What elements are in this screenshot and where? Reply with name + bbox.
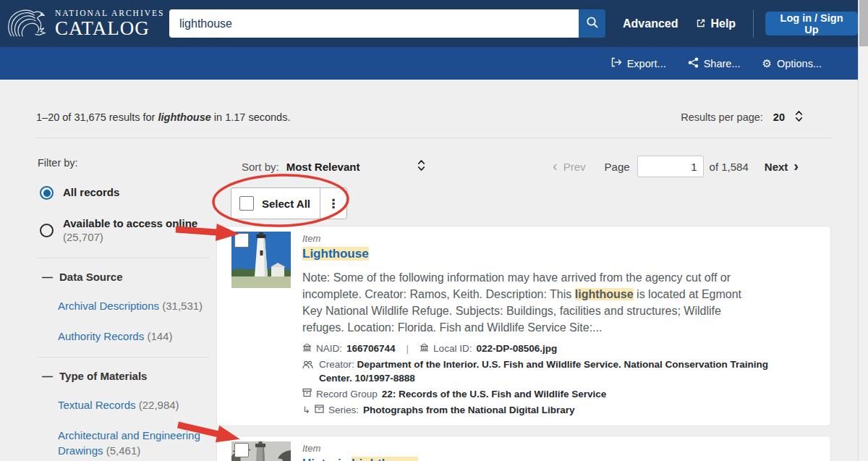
link-count: (144) <box>147 330 172 342</box>
id-separator: | <box>407 342 409 355</box>
gear-icon <box>762 57 771 70</box>
sidebar-divider <box>38 357 209 358</box>
sort-by-value[interactable]: Most Relevant <box>286 161 360 173</box>
bank-icon <box>302 342 312 355</box>
collapse-minus-icon <box>42 271 53 283</box>
select-all-checkbox[interactable] <box>239 196 254 211</box>
group-data-source[interactable]: Data Source <box>42 271 216 283</box>
meta-row-ids: NAID: 166706744 | Local ID: 022-DP-08506… <box>302 342 810 355</box>
national-archives-catalog-page: NATIONAL ARCHIVES CATALOG Advanced <box>0 0 868 461</box>
link-label: Authority Records <box>58 330 147 342</box>
brand-line1: NATIONAL ARCHIVES <box>55 9 164 17</box>
header-divider <box>753 10 754 38</box>
options-label: Options... <box>777 58 822 69</box>
summary-suffix: in 1.17 seconds. <box>211 111 291 123</box>
result-2-checkbox[interactable] <box>234 443 249 457</box>
radio-all-records-label: All records <box>63 186 119 200</box>
content-area: 1–20 of 31,675 results for lighthouse in… <box>0 80 858 461</box>
external-link-icon <box>697 17 705 30</box>
select-all-toolbar: Select All <box>231 187 347 219</box>
sort-by: Sort by: Most Relevant <box>242 159 425 174</box>
creator-value: Department of the Interior. U.S. Fish an… <box>319 359 768 384</box>
meta-row-record-group: Record Group 22: Records of the U.S. Fis… <box>302 387 810 401</box>
per-page-label: Results per page: <box>681 111 763 123</box>
sidebar-link-archival-descriptions[interactable]: Archival Descriptions (31,531) <box>58 299 211 313</box>
child-arrow-icon <box>302 403 310 417</box>
series-label: Series: <box>328 403 359 417</box>
people-icon <box>302 359 313 373</box>
series-box-icon <box>315 403 324 417</box>
sidebar-link-authority-records[interactable]: Authority Records (144) <box>58 329 211 344</box>
sidebar-link-architectural-drawings[interactable]: Architectural and Engineering Drawings (… <box>58 428 211 458</box>
stepper-icon[interactable] <box>417 159 425 174</box>
search-input[interactable] <box>169 9 579 38</box>
creator-label: Creator: <box>319 359 357 370</box>
radio-online-text: Available to access online <box>63 217 197 229</box>
radio-available-online[interactable]: Available to access online (25,707) <box>40 217 216 245</box>
bulk-actions-menu-button[interactable] <box>320 188 346 219</box>
meta-row-series: Series: Photographs from the National Di… <box>302 403 810 417</box>
result-card-2: Item Historic Lighthouse <box>216 436 831 461</box>
next-page-button[interactable]: Next <box>765 161 799 173</box>
title-highlight: Lighthouse <box>302 247 369 261</box>
result-2-title[interactable]: Historic Lighthouse <box>302 457 810 461</box>
page-label: Page <box>605 161 630 173</box>
result-card-1: Item Lighthouse Note: Some of the follow… <box>216 226 831 426</box>
sidebar-link-textual-records[interactable]: Textual Records (22,984) <box>58 398 211 413</box>
naid-value: 166706744 <box>346 342 396 355</box>
header: NATIONAL ARCHIVES CATALOG Advanced <box>0 0 858 47</box>
page-number-input[interactable] <box>637 156 704 177</box>
share-label: Share... <box>704 58 741 69</box>
results-main: Sort by: Most Relevant <box>216 138 831 461</box>
scrollbar-thumb[interactable] <box>859 0 868 46</box>
brand-line2: CATALOG <box>55 19 164 38</box>
brand-text: NATIONAL ARCHIVES CATALOG <box>55 9 164 38</box>
help-link[interactable]: Help <box>697 17 736 30</box>
result-1-description: Note: Some of the following information … <box>302 269 754 336</box>
results-toolbar: Sort by: Most Relevant <box>216 156 831 177</box>
sort-by-label: Sort by: <box>242 161 279 173</box>
vertical-scrollbar[interactable] <box>858 0 868 461</box>
select-all-label: Select All <box>262 198 320 210</box>
group-type-of-materials-label: Type of Materials <box>59 370 147 382</box>
radio-unselected-icon[interactable] <box>40 224 54 237</box>
result-1-title[interactable]: Lighthouse <box>302 247 810 261</box>
result-1-type: Item <box>302 233 810 244</box>
radio-available-online-label: Available to access online (25,707) <box>63 217 216 245</box>
share-icon <box>688 57 699 70</box>
brand-logo[interactable]: NATIONAL ARCHIVES CATALOG <box>6 4 169 43</box>
filter-sidebar: Filter by: All records Available to acce… <box>0 138 216 461</box>
radio-selected-icon[interactable] <box>40 186 54 200</box>
sidebar-divider <box>38 258 209 258</box>
per-page-value: 20 <box>773 111 785 123</box>
options-button[interactable]: Options... <box>762 57 822 70</box>
search-bar <box>169 9 605 38</box>
series-value: Photographs from the National Digital Li… <box>363 403 575 417</box>
page-of-label: of 1,584 <box>710 161 749 173</box>
group-data-source-label: Data Source <box>59 271 123 283</box>
results-summary: 1–20 of 31,675 results for lighthouse in… <box>36 111 290 123</box>
help-label: Help <box>710 17 736 30</box>
title-plain: Historic <box>302 457 352 461</box>
filter-title: Filter by: <box>38 157 216 169</box>
next-label: Next <box>765 161 788 173</box>
record-group-icon <box>302 387 312 401</box>
share-button[interactable]: Share... <box>688 57 741 70</box>
result-1-checkbox[interactable] <box>234 233 249 248</box>
action-bar: Export... Share... Options... <box>0 47 858 80</box>
search-button[interactable] <box>579 9 605 38</box>
link-label: Textual Records <box>58 399 139 411</box>
prev-page-button[interactable]: Prev <box>553 161 586 173</box>
export-button[interactable]: Export... <box>611 57 666 69</box>
local-id-label: Local ID: <box>433 342 472 355</box>
bank-icon <box>420 342 429 355</box>
link-count: (5,461) <box>106 444 141 457</box>
export-icon <box>611 57 622 69</box>
advanced-search-link[interactable]: Advanced <box>623 17 678 30</box>
summary-prefix: 1–20 of 31,675 results for <box>36 111 158 123</box>
stepper-icon[interactable] <box>795 110 803 124</box>
radio-all-records[interactable]: All records <box>40 186 216 200</box>
group-type-of-materials[interactable]: Type of Materials <box>42 370 216 382</box>
login-signup-button[interactable]: Log in / Sign Up <box>765 12 858 35</box>
result-1-metadata: NAID: 166706744 | Local ID: 022-DP-08506… <box>302 342 810 417</box>
